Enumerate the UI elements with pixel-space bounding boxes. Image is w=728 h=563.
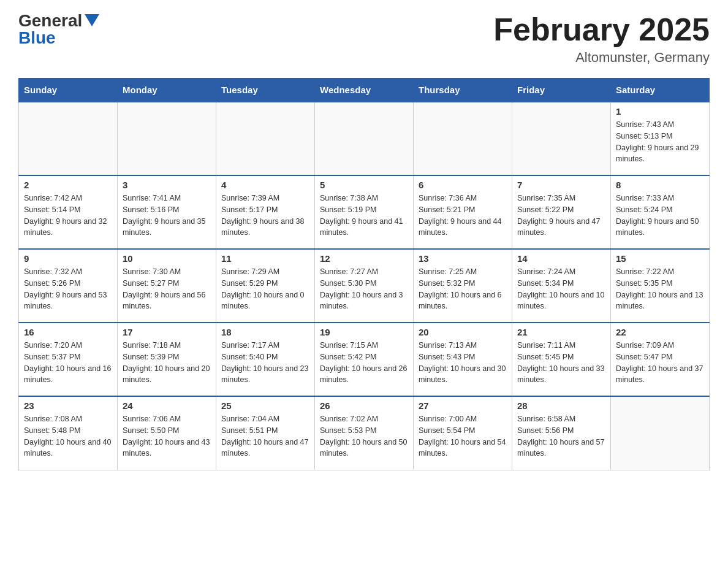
day-number: 1	[616, 106, 704, 117]
logo-blue: Blue	[18, 29, 56, 47]
day-number: 24	[123, 400, 211, 411]
day-info: Sunrise: 7:41 AM Sunset: 5:16 PM Dayligh…	[123, 193, 211, 239]
calendar-cell: 26Sunrise: 7:02 AM Sunset: 5:53 PM Dayli…	[315, 396, 414, 470]
calendar-table: SundayMondayTuesdayWednesdayThursdayFrid…	[18, 78, 710, 470]
calendar-cell	[512, 102, 611, 175]
logo-general: General	[18, 12, 82, 29]
day-number: 3	[123, 180, 211, 190]
day-number: 2	[24, 180, 112, 190]
calendar-cell: 8Sunrise: 7:33 AM Sunset: 5:24 PM Daylig…	[611, 175, 710, 249]
calendar-cell: 5Sunrise: 7:38 AM Sunset: 5:19 PM Daylig…	[315, 175, 414, 249]
day-number: 22	[616, 327, 704, 337]
day-number: 15	[616, 253, 704, 264]
day-info: Sunrise: 7:06 AM Sunset: 5:50 PM Dayligh…	[123, 413, 211, 459]
title-block: February 2025 Altomunster, Germany	[493, 12, 710, 66]
calendar-cell: 27Sunrise: 7:00 AM Sunset: 5:54 PM Dayli…	[414, 396, 512, 470]
day-info: Sunrise: 7:25 AM Sunset: 5:32 PM Dayligh…	[419, 266, 507, 312]
calendar-cell: 28Sunrise: 6:58 AM Sunset: 5:56 PM Dayli…	[512, 396, 611, 470]
day-number: 14	[517, 253, 605, 264]
day-number: 9	[24, 253, 112, 264]
day-info: Sunrise: 7:22 AM Sunset: 5:35 PM Dayligh…	[616, 266, 704, 312]
weekday-header-saturday: Saturday	[611, 79, 710, 102]
day-number: 27	[419, 400, 507, 411]
calendar-cell: 4Sunrise: 7:39 AM Sunset: 5:17 PM Daylig…	[216, 175, 315, 249]
day-number: 10	[123, 253, 211, 264]
calendar-cell: 25Sunrise: 7:04 AM Sunset: 5:51 PM Dayli…	[216, 396, 315, 470]
day-number: 7	[517, 180, 605, 190]
calendar-cell	[19, 102, 118, 175]
day-info: Sunrise: 7:30 AM Sunset: 5:27 PM Dayligh…	[123, 266, 211, 312]
calendar-cell: 17Sunrise: 7:18 AM Sunset: 5:39 PM Dayli…	[118, 323, 216, 396]
day-number: 23	[24, 400, 112, 411]
day-number: 28	[517, 400, 605, 411]
day-info: Sunrise: 7:33 AM Sunset: 5:24 PM Dayligh…	[616, 193, 704, 239]
day-number: 18	[221, 327, 309, 337]
logo-triangle-icon	[85, 14, 99, 26]
day-info: Sunrise: 7:38 AM Sunset: 5:19 PM Dayligh…	[320, 193, 408, 239]
calendar-cell: 19Sunrise: 7:15 AM Sunset: 5:42 PM Dayli…	[315, 323, 414, 396]
calendar-subtitle: Altomunster, Germany	[493, 50, 710, 66]
day-info: Sunrise: 7:15 AM Sunset: 5:42 PM Dayligh…	[320, 340, 408, 386]
day-info: Sunrise: 7:02 AM Sunset: 5:53 PM Dayligh…	[320, 413, 408, 459]
day-info: Sunrise: 7:13 AM Sunset: 5:43 PM Dayligh…	[419, 340, 507, 386]
day-info: Sunrise: 7:18 AM Sunset: 5:39 PM Dayligh…	[123, 340, 211, 386]
day-number: 21	[517, 327, 605, 337]
day-number: 17	[123, 327, 211, 337]
weekday-header-sunday: Sunday	[19, 79, 118, 102]
day-number: 5	[320, 180, 408, 190]
day-info: Sunrise: 7:09 AM Sunset: 5:47 PM Dayligh…	[616, 340, 704, 386]
day-number: 19	[320, 327, 408, 337]
day-info: Sunrise: 7:32 AM Sunset: 5:26 PM Dayligh…	[24, 266, 112, 312]
calendar-title: February 2025	[493, 12, 710, 47]
calendar-cell: 20Sunrise: 7:13 AM Sunset: 5:43 PM Dayli…	[414, 323, 512, 396]
calendar-header: SundayMondayTuesdayWednesdayThursdayFrid…	[19, 79, 710, 102]
calendar-cell: 2Sunrise: 7:42 AM Sunset: 5:14 PM Daylig…	[19, 175, 118, 249]
day-info: Sunrise: 7:00 AM Sunset: 5:54 PM Dayligh…	[419, 413, 507, 459]
calendar-cell: 22Sunrise: 7:09 AM Sunset: 5:47 PM Dayli…	[611, 323, 710, 396]
day-number: 16	[24, 327, 112, 337]
calendar-week-row: 16Sunrise: 7:20 AM Sunset: 5:37 PM Dayli…	[19, 323, 710, 396]
calendar-cell: 12Sunrise: 7:27 AM Sunset: 5:30 PM Dayli…	[315, 249, 414, 323]
day-info: Sunrise: 7:04 AM Sunset: 5:51 PM Dayligh…	[221, 413, 309, 459]
calendar-cell	[414, 102, 512, 175]
calendar-cell: 7Sunrise: 7:35 AM Sunset: 5:22 PM Daylig…	[512, 175, 611, 249]
day-number: 8	[616, 180, 704, 190]
calendar-cell: 16Sunrise: 7:20 AM Sunset: 5:37 PM Dayli…	[19, 323, 118, 396]
day-info: Sunrise: 7:43 AM Sunset: 5:13 PM Dayligh…	[616, 119, 704, 165]
calendar-cell: 3Sunrise: 7:41 AM Sunset: 5:16 PM Daylig…	[118, 175, 216, 249]
calendar-week-row: 1Sunrise: 7:43 AM Sunset: 5:13 PM Daylig…	[19, 102, 710, 175]
day-info: Sunrise: 7:39 AM Sunset: 5:17 PM Dayligh…	[221, 193, 309, 239]
day-number: 25	[221, 400, 309, 411]
calendar-cell: 18Sunrise: 7:17 AM Sunset: 5:40 PM Dayli…	[216, 323, 315, 396]
calendar-cell: 23Sunrise: 7:08 AM Sunset: 5:48 PM Dayli…	[19, 396, 118, 470]
calendar-cell: 9Sunrise: 7:32 AM Sunset: 5:26 PM Daylig…	[19, 249, 118, 323]
day-number: 11	[221, 253, 309, 264]
day-number: 12	[320, 253, 408, 264]
weekday-header-row: SundayMondayTuesdayWednesdayThursdayFrid…	[19, 79, 710, 102]
day-info: Sunrise: 7:42 AM Sunset: 5:14 PM Dayligh…	[24, 193, 112, 239]
calendar-cell	[611, 396, 710, 470]
calendar-cell: 14Sunrise: 7:24 AM Sunset: 5:34 PM Dayli…	[512, 249, 611, 323]
day-info: Sunrise: 7:11 AM Sunset: 5:45 PM Dayligh…	[517, 340, 605, 386]
day-info: Sunrise: 7:20 AM Sunset: 5:37 PM Dayligh…	[24, 340, 112, 386]
day-info: Sunrise: 7:29 AM Sunset: 5:29 PM Dayligh…	[221, 266, 309, 312]
calendar-cell: 21Sunrise: 7:11 AM Sunset: 5:45 PM Dayli…	[512, 323, 611, 396]
day-info: Sunrise: 7:36 AM Sunset: 5:21 PM Dayligh…	[419, 193, 507, 239]
day-number: 13	[419, 253, 507, 264]
calendar-week-row: 2Sunrise: 7:42 AM Sunset: 5:14 PM Daylig…	[19, 175, 710, 249]
calendar-week-row: 9Sunrise: 7:32 AM Sunset: 5:26 PM Daylig…	[19, 249, 710, 323]
calendar-cell: 11Sunrise: 7:29 AM Sunset: 5:29 PM Dayli…	[216, 249, 315, 323]
day-info: Sunrise: 7:27 AM Sunset: 5:30 PM Dayligh…	[320, 266, 408, 312]
day-info: Sunrise: 7:17 AM Sunset: 5:40 PM Dayligh…	[221, 340, 309, 386]
calendar-cell: 10Sunrise: 7:30 AM Sunset: 5:27 PM Dayli…	[118, 249, 216, 323]
day-number: 4	[221, 180, 309, 190]
weekday-header-wednesday: Wednesday	[315, 79, 414, 102]
day-info: Sunrise: 7:08 AM Sunset: 5:48 PM Dayligh…	[24, 413, 112, 459]
day-number: 6	[419, 180, 507, 190]
weekday-header-friday: Friday	[512, 79, 611, 102]
calendar-cell: 1Sunrise: 7:43 AM Sunset: 5:13 PM Daylig…	[611, 102, 710, 175]
calendar-cell: 13Sunrise: 7:25 AM Sunset: 5:32 PM Dayli…	[414, 249, 512, 323]
day-info: Sunrise: 7:35 AM Sunset: 5:22 PM Dayligh…	[517, 193, 605, 239]
weekday-header-monday: Monday	[118, 79, 216, 102]
day-number: 20	[419, 327, 507, 337]
